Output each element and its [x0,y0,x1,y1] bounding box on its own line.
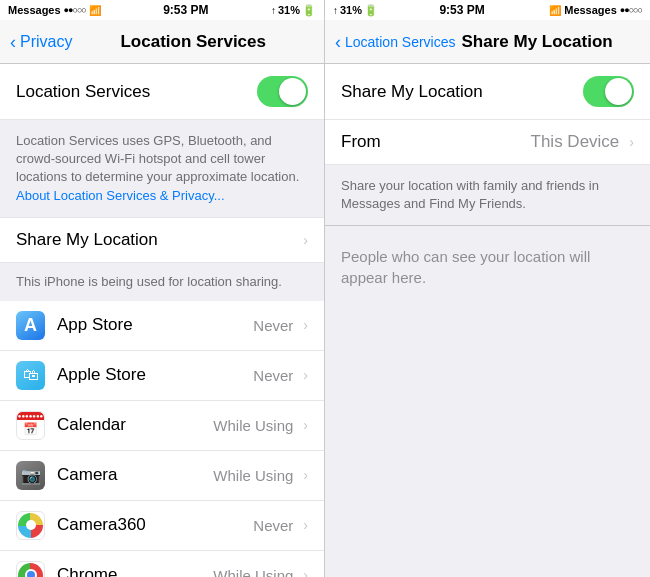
camera-status: While Using [213,467,293,484]
appstore-status: Never [253,317,293,334]
chrome-name: Chrome [57,565,213,577]
share-my-location-label: Share My Location [16,230,297,250]
privacy-link[interactable]: About Location Services & Privacy... [16,188,225,203]
right-signal: ●●○○○ [620,5,642,15]
appstore-icon: A [16,311,45,340]
app-row-camera[interactable]: 📷 Camera While Using › [0,451,324,501]
app-row-chrome[interactable]: Chrome While Using › [0,551,324,577]
appstore-chevron: › [303,317,308,333]
camera360-chevron: › [303,517,308,533]
sharing-note: This iPhone is being used for location s… [0,263,324,301]
applestore-icon: 🛍 [16,361,45,390]
app-row-camera360[interactable]: Camera360 Never › [0,501,324,551]
people-placeholder: People who can see your location will ap… [325,234,650,300]
chrome-icon [16,561,45,577]
right-battery-icon: 🔋 [364,4,378,17]
share-toggle-knob [605,78,632,105]
app-row-calendar[interactable]: ●●●●●●● 📅 Calendar While Using › [0,401,324,451]
calendar-name: Calendar [57,415,213,435]
nav-title-left: Location Services [72,32,314,52]
calendar-status: While Using [213,417,293,434]
camera-icon: 📷 [16,461,45,490]
app-list: A App Store Never › 🛍 Apple Store Never … [0,301,324,577]
from-chevron: › [629,134,634,150]
share-my-location-right-label: Share My Location [341,82,583,102]
camera-name: Camera [57,465,213,485]
share-description: Share your location with family and frie… [325,165,650,225]
location-services-toggle[interactable] [257,76,308,107]
calendar-icon: ●●●●●●● 📅 [16,411,45,440]
location-description: Location Services uses GPS, Bluetooth, a… [0,120,324,217]
left-time: 9:53 PM [101,3,271,17]
back-chevron-right-icon: ‹ [335,33,341,51]
left-battery-pct: 31% [278,4,300,16]
right-location-pin: ↑ [333,5,338,16]
left-carrier: Messages [8,4,61,16]
back-label: Privacy [20,33,72,51]
left-location: ↑ [271,5,276,16]
share-my-location-chevron: › [303,232,308,248]
back-button-privacy[interactable]: ‹ Privacy [10,33,72,51]
right-time: 9:53 PM [378,3,546,17]
nav-title-right: Share My Location [462,32,613,52]
left-battery-icon: 🔋 [302,4,316,17]
from-row[interactable]: From This Device › [325,120,650,165]
right-carrier: Messages [564,4,617,16]
chrome-status: While Using [213,567,293,577]
left-signal: ●●○○○ [64,5,86,15]
back-chevron-icon: ‹ [10,33,16,51]
camera-chevron: › [303,467,308,483]
chrome-chevron: › [303,567,308,577]
from-value: This Device [531,132,620,152]
left-wifi: 📶 [89,5,101,16]
from-label: From [341,132,531,152]
camera360-icon [16,511,45,540]
location-services-label: Location Services [16,82,257,102]
share-my-location-toggle[interactable] [583,76,634,107]
toggle-knob [279,78,306,105]
app-row-applestore[interactable]: 🛍 Apple Store Never › [0,351,324,401]
back-label-right: Location Services [345,34,456,50]
applestore-status: Never [253,367,293,384]
right-wifi: 📶 [549,5,561,16]
right-battery-pct: 31% [340,4,362,16]
back-button-location-services[interactable]: ‹ Location Services [335,33,456,51]
camera360-name: Camera360 [57,515,253,535]
applestore-chevron: › [303,367,308,383]
share-my-location-row[interactable]: Share My Location › [0,217,324,263]
applestore-name: Apple Store [57,365,253,385]
appstore-name: App Store [57,315,253,335]
app-row-appstore[interactable]: A App Store Never › [0,301,324,351]
camera360-status: Never [253,517,293,534]
calendar-chevron: › [303,417,308,433]
